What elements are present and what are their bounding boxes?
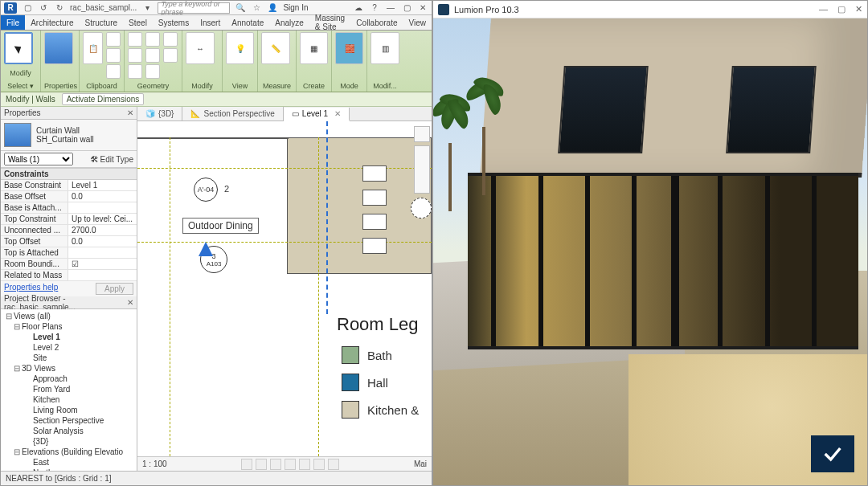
- furniture[interactable]: [362, 165, 387, 182]
- undo-icon[interactable]: ↺: [38, 2, 49, 14]
- property-row[interactable]: Base ConstraintLevel 1: [1, 180, 137, 191]
- confirm-button[interactable]: [811, 435, 854, 472]
- modify-tool-button[interactable]: [4, 32, 33, 64]
- geom-icon[interactable]: [145, 64, 160, 79]
- geom-icon[interactable]: [145, 32, 160, 47]
- tree-node[interactable]: Level 1: [1, 332, 137, 342]
- home-icon[interactable]: [414, 126, 430, 142]
- tree-node[interactable]: From Yard: [1, 384, 137, 394]
- restore-icon[interactable]: ▢: [401, 2, 412, 14]
- menu-annotate[interactable]: Annotate: [226, 15, 269, 30]
- vb-icon[interactable]: [256, 459, 267, 470]
- gridline[interactable]: [137, 168, 432, 169]
- minimize-icon[interactable]: —: [385, 2, 396, 14]
- render-viewport[interactable]: [433, 18, 867, 485]
- menu-steel[interactable]: Steel: [123, 15, 153, 30]
- copy-icon[interactable]: [106, 48, 121, 63]
- tree-node[interactable]: ⊟Elevations (Building Elevatio: [1, 447, 137, 457]
- furniture[interactable]: [362, 238, 387, 254]
- properties-button[interactable]: [44, 32, 73, 64]
- redo-icon[interactable]: ↻: [54, 2, 65, 14]
- property-row[interactable]: Top Offset0.0: [1, 236, 137, 247]
- property-row[interactable]: Top ConstraintUp to level: Cei...: [1, 214, 137, 225]
- tree-node[interactable]: Approach: [1, 374, 137, 384]
- property-value[interactable]: 0.0: [68, 236, 137, 247]
- scale-label[interactable]: 1 : 100: [142, 459, 167, 468]
- furniture[interactable]: [362, 190, 387, 206]
- measure-button[interactable]: 📏: [261, 32, 290, 64]
- project-browser-tree[interactable]: ⊟Views (all)⊟Floor PlansLevel 1Level 2Si…: [1, 309, 137, 471]
- property-value[interactable]: [68, 270, 137, 280]
- menu-massing[interactable]: Massing & Site: [309, 15, 351, 30]
- property-value[interactable]: 2700.0: [68, 225, 137, 235]
- tab-section[interactable]: 📐Section Perspective: [182, 107, 283, 120]
- tree-node[interactable]: East: [1, 457, 137, 468]
- tree-node[interactable]: ⊟3D Views: [1, 363, 137, 374]
- create-button[interactable]: ▦: [300, 32, 328, 64]
- tree-node[interactable]: Section Perspective: [1, 415, 137, 426]
- property-value[interactable]: 0.0: [68, 191, 137, 202]
- type-selector[interactable]: Curtain Wall SH_Curtain wall: [1, 120, 137, 151]
- furniture[interactable]: [362, 214, 387, 230]
- menu-insert[interactable]: Insert: [194, 15, 226, 30]
- dropdown-icon[interactable]: ▾: [141, 2, 153, 14]
- menu-architecture[interactable]: Architecture: [25, 15, 79, 30]
- menu-analyze[interactable]: Analyze: [269, 15, 309, 30]
- gridline[interactable]: [170, 137, 170, 456]
- vb-icon[interactable]: [313, 459, 325, 470]
- menu-systems[interactable]: Systems: [153, 15, 194, 30]
- browser-close-icon[interactable]: ✕: [127, 298, 133, 307]
- view-panel-button[interactable]: 💡: [226, 32, 254, 64]
- property-value[interactable]: Up to level: Cei...: [68, 214, 137, 224]
- cut-icon[interactable]: [106, 32, 121, 47]
- geom-icon[interactable]: [163, 32, 178, 47]
- star-icon[interactable]: ☆: [251, 2, 262, 14]
- property-row[interactable]: Room Boundi...☑: [1, 259, 137, 270]
- property-value[interactable]: [68, 202, 137, 213]
- close-icon[interactable]: ✕: [855, 4, 862, 14]
- tree-node[interactable]: ⊟Floor Plans: [1, 321, 137, 332]
- expand-icon[interactable]: ⊟: [6, 312, 14, 321]
- tab-3d[interactable]: 🧊{3D}: [137, 107, 182, 120]
- tree-node[interactable]: Solar Analysis: [1, 426, 137, 436]
- selection-dropdown[interactable]: Walls (1): [4, 153, 73, 165]
- search-icon[interactable]: 🔍: [235, 2, 246, 14]
- menu-collaborate[interactable]: Collaborate: [350, 15, 403, 30]
- minimize-icon[interactable]: —: [819, 4, 828, 14]
- tab-close-icon[interactable]: ✕: [334, 109, 341, 118]
- qat-icon[interactable]: ▢: [22, 2, 33, 14]
- maximize-icon[interactable]: ▢: [837, 4, 845, 14]
- tree-node[interactable]: Level 2: [1, 342, 137, 353]
- expand-icon[interactable]: ⊟: [14, 364, 22, 373]
- expand-icon[interactable]: ⊟: [14, 447, 22, 456]
- search-input[interactable]: Type a keyword or phrase: [158, 2, 230, 14]
- help-icon[interactable]: ?: [369, 2, 380, 14]
- section-tag[interactable]: A'-04: [194, 178, 218, 202]
- section-line[interactable]: [326, 121, 328, 314]
- property-row[interactable]: Unconnected ...2700.0: [1, 225, 137, 236]
- property-row[interactable]: Base is Attach...: [1, 202, 137, 214]
- geom-icon[interactable]: [163, 48, 178, 63]
- tree-node[interactable]: ⊟Views (all): [1, 311, 137, 321]
- tree-node[interactable]: {3D}: [1, 436, 137, 447]
- mode-button[interactable]: 🧱: [335, 32, 363, 64]
- gridline[interactable]: [318, 137, 319, 456]
- gridline[interactable]: [137, 242, 432, 243]
- modif-button[interactable]: ▥: [371, 32, 399, 64]
- menu-view[interactable]: View: [403, 15, 432, 30]
- activate-dimensions-button[interactable]: Activate Dimensions: [62, 93, 145, 105]
- property-row[interactable]: Related to Mass: [1, 270, 137, 281]
- drawing-canvas[interactable]: K A'-04 2 Outdoor Dining 3 A103: [137, 121, 432, 456]
- property-value[interactable]: ☑: [68, 259, 137, 269]
- expand-icon[interactable]: ⊟: [14, 322, 22, 331]
- menu-structure[interactable]: Structure: [79, 15, 123, 30]
- geom-icon[interactable]: [128, 48, 142, 63]
- property-value[interactable]: [68, 247, 137, 258]
- menu-file[interactable]: File: [1, 15, 25, 30]
- vb-icon[interactable]: [285, 459, 296, 470]
- tree-node[interactable]: Living Room: [1, 405, 137, 415]
- app-icon[interactable]: ☁: [353, 2, 364, 14]
- ribbon-group-select[interactable]: Select ▾: [4, 81, 37, 90]
- properties-close-icon[interactable]: ✕: [127, 108, 133, 117]
- tab-level1[interactable]: ▭Level 1✕: [284, 108, 350, 121]
